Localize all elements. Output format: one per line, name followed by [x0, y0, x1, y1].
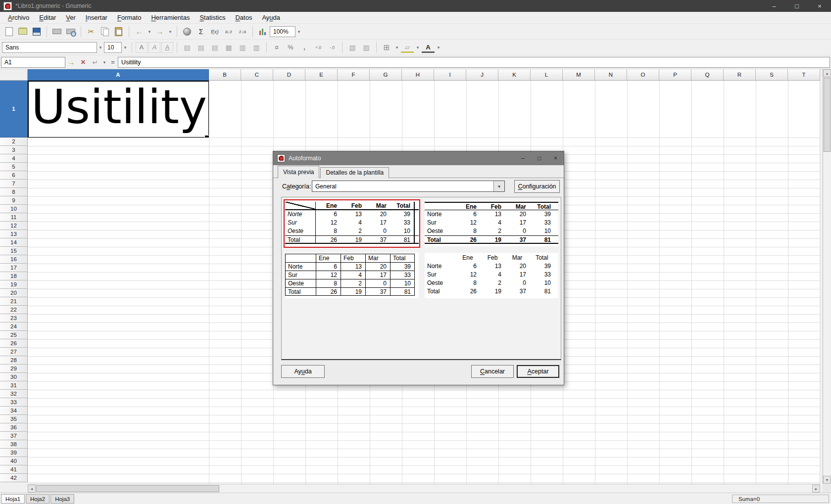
merge-cells-icon[interactable]: ▦	[222, 42, 235, 53]
accept-button[interactable]: Aceptar	[517, 365, 559, 378]
equals-icon[interactable]: =	[108, 56, 118, 68]
scroll-up-icon[interactable]: ▴	[823, 69, 831, 77]
money-icon[interactable]: ¤	[270, 42, 283, 53]
column-header-J[interactable]: J	[466, 69, 498, 81]
sum-icon[interactable]: Σ	[195, 26, 207, 38]
row-header-16[interactable]: 16	[0, 255, 28, 264]
align-left-icon[interactable]: ▤	[181, 42, 194, 53]
column-header-I[interactable]: I	[434, 69, 466, 81]
scroll-down-icon[interactable]: ▾	[823, 476, 831, 484]
row-header-38[interactable]: 38	[0, 440, 28, 449]
row-header-36[interactable]: 36	[0, 423, 28, 432]
row-header-6[interactable]: 6	[0, 171, 28, 180]
row-header-17[interactable]: 17	[0, 264, 28, 272]
scroll-left-icon[interactable]: ◂	[28, 485, 36, 493]
dialog-close-button[interactable]: ×	[547, 151, 564, 165]
goto-icon[interactable]: →	[65, 56, 77, 68]
center-across-icon[interactable]: ▥	[250, 42, 263, 53]
column-header-N[interactable]: N	[595, 69, 627, 81]
column-header-G[interactable]: G	[370, 69, 402, 81]
row-header-24[interactable]: 24	[0, 322, 28, 331]
formula-input[interactable]: Usitility	[118, 57, 830, 68]
row-header-30[interactable]: 30	[0, 373, 28, 381]
horizontal-scrollbar[interactable]: ◂ ▸	[28, 484, 820, 493]
accept-entry-icon[interactable]: ↵	[89, 56, 101, 68]
sort-za-icon[interactable]: z↓a	[236, 26, 249, 38]
row-header-12[interactable]: 12	[0, 222, 28, 230]
column-header-C[interactable]: C	[241, 69, 273, 81]
column-header-L[interactable]: L	[531, 69, 563, 81]
decrease-indent-icon[interactable]: ▧	[346, 42, 359, 53]
borders-dropdown[interactable]: ▾	[393, 42, 400, 53]
row-header-39[interactable]: 39	[0, 449, 28, 457]
row-header-19[interactable]: 19	[0, 280, 28, 289]
thousands-icon[interactable]: ,	[298, 42, 311, 53]
italic-icon[interactable]: A	[148, 42, 160, 53]
column-header-A[interactable]: A	[28, 69, 209, 81]
row-header-32[interactable]: 32	[0, 390, 28, 398]
increase-indent-icon[interactable]: ▨	[360, 42, 373, 53]
minimize-button[interactable]: –	[763, 0, 785, 12]
row-header-18[interactable]: 18	[0, 272, 28, 280]
font-color-dropdown[interactable]: ▾	[435, 42, 442, 53]
menu-ver[interactable]: Ver	[61, 13, 81, 22]
dialog-minimize-button[interactable]: –	[515, 151, 531, 165]
fill-color-icon[interactable]: ▱	[401, 43, 414, 53]
function-icon[interactable]: f(x)	[208, 26, 221, 38]
column-header-K[interactable]: K	[498, 69, 531, 81]
scroll-right-icon[interactable]: ▸	[812, 485, 820, 493]
column-header-D[interactable]: D	[273, 69, 305, 81]
zoom-combo[interactable]: 100%	[270, 26, 295, 37]
select-all-corner[interactable]	[0, 69, 28, 81]
row-header-8[interactable]: 8	[0, 188, 28, 196]
redo-dropdown[interactable]: ▾	[167, 26, 174, 38]
template-preview-4[interactable]: EneFebMarTotalNorte6132039Sur1241733Oest…	[423, 251, 560, 300]
row-header-22[interactable]: 22	[0, 306, 28, 314]
new-file-icon[interactable]	[2, 26, 15, 38]
borders-icon[interactable]: ⊞	[380, 42, 393, 53]
row-header-2[interactable]: 2	[0, 137, 28, 146]
column-header-S[interactable]: S	[756, 69, 788, 81]
template-preview-2[interactable]: EneFebMarTotalNorte6132039Sur1241733Oest…	[423, 199, 560, 248]
row-header-41[interactable]: 41	[0, 465, 28, 474]
vertical-scroll-thumb[interactable]	[824, 78, 831, 152]
column-header-Q[interactable]: Q	[691, 69, 724, 81]
tab-detalles-plantilla[interactable]: Detalles de la plantilla	[320, 167, 389, 178]
tab-vista-previa[interactable]: Vista previa	[278, 166, 319, 178]
column-header-O[interactable]: O	[627, 69, 659, 81]
font-color-icon[interactable]: A	[422, 43, 435, 53]
underline-icon[interactable]: A	[161, 42, 173, 53]
menu-datos[interactable]: Datos	[230, 13, 257, 22]
save-file-icon[interactable]	[30, 26, 43, 38]
row-header-33[interactable]: 33	[0, 398, 28, 407]
row-header-34[interactable]: 34	[0, 407, 28, 415]
row-header-10[interactable]: 10	[0, 205, 28, 213]
fill-color-dropdown[interactable]: ▾	[414, 42, 421, 53]
paste-icon[interactable]	[112, 26, 125, 38]
vertical-scrollbar[interactable]: ▴ ▾	[823, 69, 831, 484]
row-header-15[interactable]: 15	[0, 247, 28, 255]
row-header-23[interactable]: 23	[0, 314, 28, 322]
column-header-P[interactable]: P	[659, 69, 691, 81]
row-header-11[interactable]: 11	[0, 213, 28, 222]
row-header-31[interactable]: 31	[0, 381, 28, 390]
remove-decimals-icon[interactable]: -.0	[326, 42, 339, 53]
dialog-maximize-button[interactable]: □	[531, 151, 547, 165]
chevron-down-icon[interactable]: ▾	[493, 181, 504, 191]
row-header-37[interactable]: 37	[0, 432, 28, 440]
print-preview-icon[interactable]	[64, 26, 77, 38]
template-preview-3[interactable]: EneFebMarTotalNorte6132039Sur1241733Oest…	[284, 251, 420, 300]
horizontal-scroll-thumb[interactable]	[36, 485, 219, 492]
help-button[interactable]: Ayuda	[281, 365, 325, 378]
row-header-9[interactable]: 9	[0, 196, 28, 205]
configuration-button[interactable]: Configuración	[514, 180, 560, 193]
row-header-14[interactable]: 14	[0, 238, 28, 247]
align-right-icon[interactable]: ▤	[208, 42, 221, 53]
row-header-27[interactable]: 27	[0, 348, 28, 356]
row-header-13[interactable]: 13	[0, 230, 28, 238]
row-header-1[interactable]: 1	[0, 81, 28, 137]
menu-archivo[interactable]: Archivo	[3, 13, 34, 22]
size-dropdown[interactable]: ▾	[122, 42, 129, 53]
cancel-entry-icon[interactable]: ×	[77, 56, 89, 68]
row-header-7[interactable]: 7	[0, 180, 28, 188]
